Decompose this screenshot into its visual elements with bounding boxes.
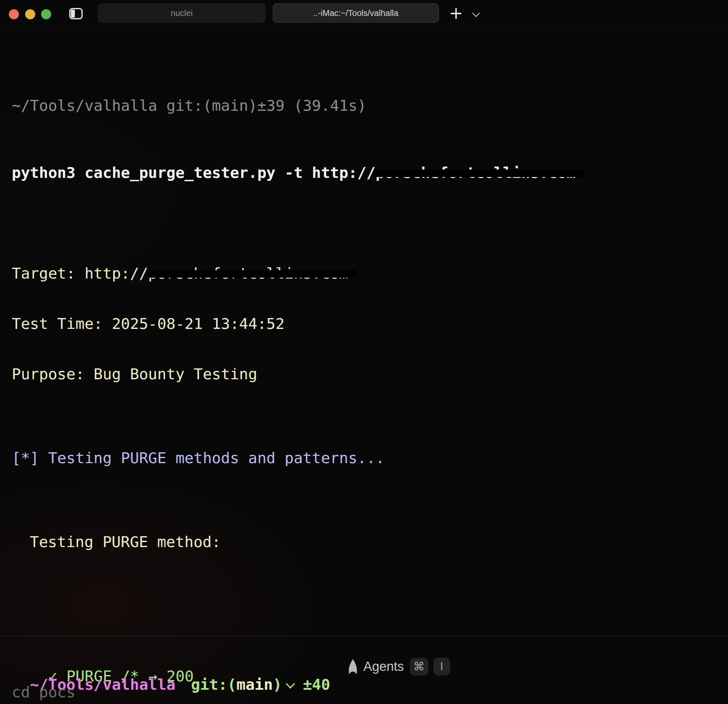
redacted-target-domain: porschefortcollins.com [376, 164, 576, 181]
cmd-key-badge: ⌘ [410, 658, 428, 675]
test-time-line: Test Time: 2025-08-21 13:44:52 [12, 315, 728, 332]
minimize-window-button[interactable] [25, 9, 35, 19]
git-suffix: ) [273, 676, 282, 693]
shell-prompt[interactable]: ~/Tools/valhallagit:(main)±40 Agents ⌘ I [12, 657, 330, 675]
close-window-button[interactable] [9, 9, 19, 19]
command-suggestion[interactable]: cd pocs [12, 683, 76, 701]
tab-nuclei[interactable]: nuclei [98, 3, 266, 23]
command-line: python3 cache_purge_tester.py -t http://… [12, 164, 728, 181]
git-branch: main [237, 676, 273, 693]
sidebar-toggle-icon[interactable] [69, 8, 83, 19]
block-divider [0, 636, 728, 636]
agents-label: Agents [363, 657, 404, 676]
purge-section-title: Testing PURGE method: [12, 534, 728, 550]
git-prefix: git:( [191, 676, 236, 693]
redacted-target-domain: porschefortcollins.com [148, 265, 348, 282]
agents-button[interactable]: Agents ⌘ I [347, 657, 450, 676]
agent-icon [347, 659, 358, 674]
target-label: Target: http:// [12, 265, 148, 282]
tab-valhalla[interactable]: ..-iMac:~/Tools/valhalla [273, 3, 439, 23]
tab-nuclei-label: nuclei [171, 8, 193, 18]
i-key-badge: I [433, 658, 450, 675]
command-text: python3 cache_purge_tester.py -t http:// [12, 164, 376, 181]
maximize-window-button[interactable] [41, 9, 51, 19]
git-changes-count: ±40 [303, 676, 330, 693]
tab-list-chevron-icon[interactable] [472, 9, 480, 17]
terminal-output: ~/Tools/valhalla git:(main)±39 (39.41s) … [12, 47, 728, 704]
window-titlebar: nuclei ..-iMac:~/Tools/valhalla + [0, 0, 728, 27]
session-header-line: ~/Tools/valhalla git:(main)±39 (39.41s) [12, 97, 728, 114]
purpose-line: Purpose: Bug Bounty Testing [12, 366, 728, 383]
tab-valhalla-label: ..-iMac:~/Tools/valhalla [313, 8, 399, 18]
git-chevron-down-icon [286, 679, 295, 689]
new-tab-button[interactable]: + [449, 3, 463, 23]
status-line: [*] Testing PURGE methods and patterns..… [12, 450, 728, 467]
target-line: Target: http://porschefortcollins.com [12, 265, 728, 282]
